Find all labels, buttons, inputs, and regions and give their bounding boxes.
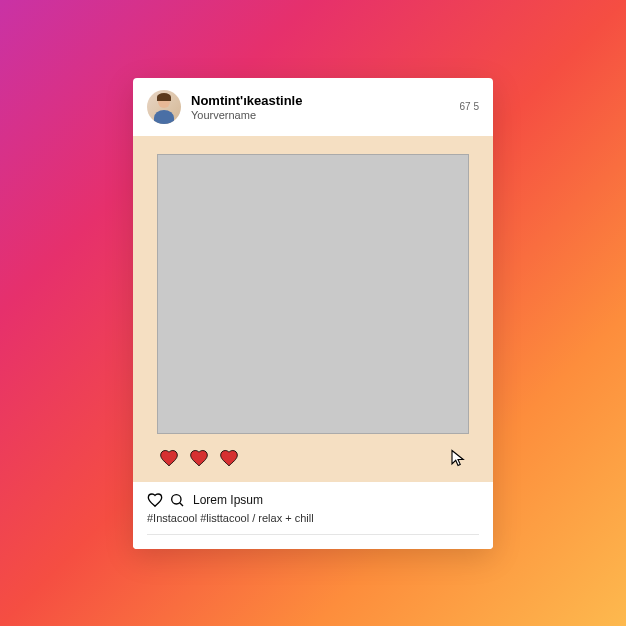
svg-line-1 <box>180 502 183 505</box>
heart-icon[interactable] <box>219 448 239 468</box>
heart-icon[interactable] <box>189 448 209 468</box>
post-footer: Lorem Ipsum #Instacool #listtacool / rel… <box>133 482 493 549</box>
username[interactable]: Nomtint'ıkeastinle <box>191 93 450 108</box>
cursor-icon[interactable] <box>449 449 467 467</box>
hearts-group <box>159 448 239 468</box>
post-meta: 67 5 <box>460 101 479 112</box>
user-handle[interactable]: Yourvername <box>191 109 450 121</box>
footer-actions: Lorem Ipsum <box>147 492 479 508</box>
avatar[interactable] <box>147 90 181 124</box>
reactions-row <box>157 448 469 468</box>
user-info: Nomtint'ıkeastinle Yourvername <box>191 93 450 121</box>
hashtags[interactable]: #Instacool #listtacool / relax + chill <box>147 512 479 524</box>
post-content <box>133 136 493 482</box>
divider <box>147 534 479 535</box>
like-icon[interactable] <box>147 492 163 508</box>
svg-point-0 <box>172 494 181 503</box>
photo-placeholder[interactable] <box>157 154 469 434</box>
post-header: Nomtint'ıkeastinle Yourvername 67 5 <box>133 78 493 136</box>
comment-icon[interactable] <box>169 492 185 508</box>
caption-text: Lorem Ipsum <box>193 493 263 507</box>
heart-icon[interactable] <box>159 448 179 468</box>
post-card: Nomtint'ıkeastinle Yourvername 67 5 <box>133 78 493 549</box>
